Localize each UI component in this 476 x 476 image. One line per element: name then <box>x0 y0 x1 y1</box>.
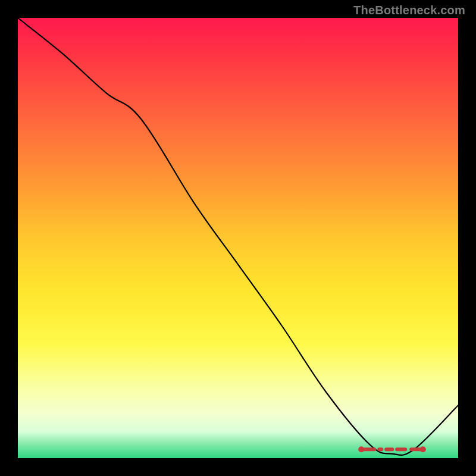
valley-marker-dot-right <box>420 446 426 452</box>
main-curve <box>18 18 458 455</box>
watermark-text: TheBottleneck.com <box>353 4 465 17</box>
chart-frame: TheBottleneck.com <box>0 0 476 476</box>
chart-svg <box>18 18 458 458</box>
valley-marker-dot-left <box>358 446 364 452</box>
plot-area <box>18 18 458 458</box>
